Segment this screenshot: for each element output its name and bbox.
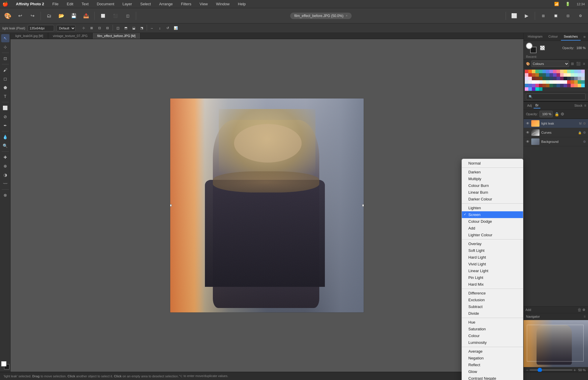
navigator-menu-btn[interactable]: ≡ xyxy=(584,314,586,319)
color-swatch-item[interactable] xyxy=(574,77,578,80)
color-swatch-item[interactable] xyxy=(571,70,574,73)
panel-menu-button[interactable]: ≡ xyxy=(582,33,587,41)
color-swatch-item[interactable] xyxy=(532,87,535,91)
color-swatch-item[interactable] xyxy=(528,84,532,87)
color-swatch-item[interactable] xyxy=(567,80,571,84)
color-swatch-item[interactable] xyxy=(539,77,542,80)
tab-light-leak[interactable]: light_leak04.jpg [M] xyxy=(11,33,48,39)
color-swatch-item[interactable] xyxy=(571,84,574,87)
search-input[interactable] xyxy=(526,93,586,100)
color-swatch-item[interactable] xyxy=(539,73,542,77)
color-swatch-item[interactable] xyxy=(546,77,549,80)
color-swatch-item[interactable] xyxy=(578,73,581,77)
guides-btn[interactable]: ⊟ xyxy=(563,11,573,21)
layer-menu[interactable]: Layer xyxy=(121,1,134,7)
select-menu[interactable]: Select xyxy=(138,1,153,7)
tab-colour[interactable]: Colour xyxy=(545,33,561,41)
color-swatch-item[interactable] xyxy=(546,70,549,73)
photo-canvas[interactable] xyxy=(11,39,523,372)
nav-viewport-rect[interactable] xyxy=(527,325,584,361)
tool-node[interactable]: ⊹ xyxy=(1,43,9,51)
view-mode-btn-2[interactable]: ▶ xyxy=(521,11,532,21)
app-name[interactable]: Affinity Photo 2 xyxy=(14,1,46,7)
file-close-button[interactable]: × xyxy=(346,14,348,17)
color-swatch-item[interactable] xyxy=(574,80,578,84)
color-swatch-item[interactable] xyxy=(546,80,549,84)
help-menu[interactable]: Help xyxy=(236,1,248,7)
color-swatch-item[interactable] xyxy=(564,77,567,80)
filters-menu[interactable]: Filters xyxy=(179,1,193,7)
snap-btn[interactable]: 🔲 xyxy=(550,11,561,21)
color-swatch-item[interactable] xyxy=(578,70,581,73)
navigator-preview[interactable] xyxy=(524,320,588,367)
window-menu[interactable]: Window xyxy=(214,1,231,7)
color-swatch-item[interactable] xyxy=(557,70,560,73)
color-swatch-item[interactable] xyxy=(532,73,535,77)
color-swatch-item[interactable] xyxy=(581,77,585,80)
auto-select-select[interactable]: Default xyxy=(56,25,76,31)
redo-button[interactable]: ↪ xyxy=(27,11,38,21)
color-swatch-item[interactable] xyxy=(546,84,549,87)
adj-tab[interactable]: Adj xyxy=(525,103,534,108)
color-swatch-item[interactable] xyxy=(553,77,557,80)
file-menu[interactable]: File xyxy=(51,1,60,7)
view-btn-2[interactable]: ⬛ xyxy=(110,11,121,21)
view-menu[interactable]: View xyxy=(198,1,210,7)
color-swatch-item[interactable] xyxy=(539,70,542,73)
color-swatch-item[interactable] xyxy=(581,73,585,77)
tool-liquify[interactable]: ⊗ xyxy=(1,191,9,199)
align-btn-1[interactable]: ⊹ xyxy=(80,25,87,32)
color-swatch-item[interactable] xyxy=(574,84,578,87)
text-menu[interactable]: Text xyxy=(80,1,90,7)
tool-freehand[interactable]: ⊘ xyxy=(1,113,9,121)
color-swatch-item[interactable] xyxy=(578,77,581,80)
view-btn-1[interactable]: ⬜ xyxy=(98,11,108,21)
tool-selection[interactable]: ⬜ xyxy=(1,104,9,112)
tool-dodge[interactable]: ◑ xyxy=(1,171,9,179)
color-swatch-item[interactable] xyxy=(560,77,564,80)
color-swatch-item[interactable] xyxy=(525,70,528,73)
color-swatch-item[interactable] xyxy=(539,84,542,87)
color-swatch-item[interactable] xyxy=(549,80,553,84)
document-menu[interactable]: Document xyxy=(95,1,116,7)
layer-light-leak[interactable]: 👁 light leak M xyxy=(524,119,588,128)
save-button[interactable]: 💾 xyxy=(69,11,79,21)
color-swatch-item[interactable] xyxy=(581,70,585,73)
color-swatch-item[interactable] xyxy=(560,80,564,84)
color-swatch-item[interactable] xyxy=(574,70,578,73)
layer-curves[interactable]: 👁 Curves 🔒 xyxy=(524,128,588,137)
transform-btn-1[interactable]: ↔ xyxy=(148,25,156,32)
color-swatch-item[interactable] xyxy=(553,80,557,84)
color-swatch-item[interactable] xyxy=(535,77,539,80)
color-swatch-item[interactable] xyxy=(525,80,528,84)
dist-btn-1[interactable]: ◫ xyxy=(114,25,121,32)
color-swatch-item[interactable] xyxy=(532,84,535,87)
color-swatch-item[interactable] xyxy=(574,73,578,77)
color-swatch-item[interactable] xyxy=(528,80,532,84)
dist-btn-3[interactable]: ⬓ xyxy=(130,25,137,32)
color-swatch-item[interactable] xyxy=(557,77,560,80)
color-swatch-item[interactable] xyxy=(553,70,557,73)
color-swatch-item[interactable] xyxy=(567,70,571,73)
layer-curves-visibility[interactable]: 👁 xyxy=(526,130,529,135)
dist-btn-4[interactable]: ⬔ xyxy=(138,25,145,32)
layers-tab-main[interactable]: Br xyxy=(534,103,540,108)
color-swatch-item[interactable] xyxy=(532,77,535,80)
color-swatch-item[interactable] xyxy=(571,80,574,84)
tab-histogram[interactable]: Histogram xyxy=(525,33,545,41)
color-swatch-item[interactable] xyxy=(535,80,539,84)
transform-btn-4[interactable]: 📊 xyxy=(172,25,179,32)
layers-menu-btn[interactable]: ≡ xyxy=(584,103,586,108)
color-swatch-item[interactable] xyxy=(535,70,539,73)
color-swatch-item[interactable] xyxy=(525,87,528,91)
tool-move[interactable]: ↖ xyxy=(1,34,9,42)
zoom-out-btn[interactable]: − xyxy=(526,368,528,372)
foreground-color[interactable] xyxy=(1,361,6,366)
color-swatch-item[interactable] xyxy=(528,77,532,80)
palette-grid-btn[interactable]: ⊞ xyxy=(570,61,574,66)
tab-swatches[interactable]: Swatches xyxy=(561,33,581,41)
align-btn-4[interactable]: ⊟ xyxy=(104,25,111,32)
palette-select[interactable]: Colours xyxy=(531,61,569,67)
tool-zoom[interactable]: 🔍 xyxy=(1,142,9,150)
color-swatch-item[interactable] xyxy=(560,84,564,87)
